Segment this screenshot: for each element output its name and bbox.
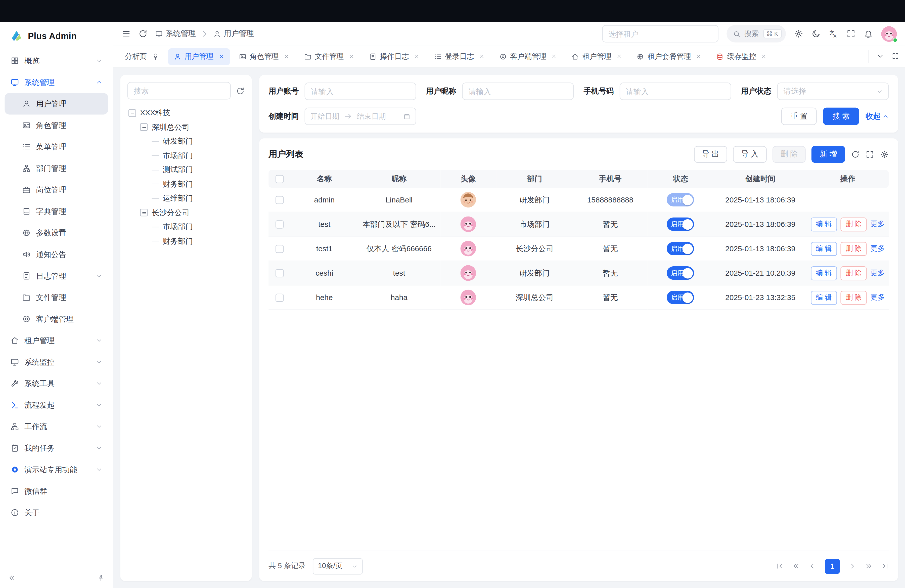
tab-user-management[interactable]: 用户管理 [168,48,230,65]
tab-tenant-management[interactable]: 租户管理 [566,48,628,65]
tree-refresh-icon[interactable] [236,86,245,95]
sidebar-item-position-management[interactable]: 岗位管理 [5,179,108,201]
add-button[interactable]: 新 增 [812,146,845,162]
edit-button[interactable]: 编 辑 [811,217,837,231]
tree-node[interactable]: 研发部门 [127,134,245,149]
select-all-checkbox[interactable] [276,175,284,183]
table-refresh-icon[interactable] [851,149,860,159]
row-checkbox[interactable] [276,294,284,302]
tree-node[interactable]: 运维部门 [127,191,245,206]
table-fullscreen-icon[interactable] [865,149,874,159]
close-icon[interactable] [551,54,557,59]
fullscreen-icon[interactable] [846,29,856,38]
tab-role-management[interactable]: 角色管理 [233,48,295,65]
row-delete-button[interactable]: 删 除 [841,291,867,304]
sidebar-item-system-management[interactable]: 系统管理 [5,72,108,93]
global-search-button[interactable]: 搜索 ⌘ K [726,25,786,42]
close-icon[interactable] [218,54,224,59]
refresh-page-icon[interactable] [138,29,148,38]
sidebar-item-process-initiation[interactable]: 流程发起 [5,394,108,416]
page-size-select[interactable]: 10条/页 [313,558,363,574]
tree-node[interactable]: 长沙分公司 [127,205,245,220]
tree-node[interactable]: 财务部门 [127,234,245,248]
close-icon[interactable] [761,54,767,59]
logo[interactable]: Plus Admin [0,22,113,49]
more-link[interactable]: 更多 [870,219,885,229]
edit-button[interactable]: 编 辑 [811,291,837,304]
reset-button[interactable]: 重 置 [781,108,817,125]
breadcrumb-system-management[interactable]: 系统管理 [155,29,196,39]
tree-node[interactable]: 市场部门 [127,220,245,234]
delete-button[interactable]: 删 除 [772,146,806,162]
row-checkbox[interactable] [276,221,284,229]
sidebar-item-system-tools[interactable]: 系统工具 [5,373,108,394]
close-icon[interactable] [283,54,289,59]
notification-bell-icon[interactable] [864,29,873,38]
status-toggle[interactable]: 启用 [667,266,694,280]
phone-input[interactable] [620,83,731,100]
sidebar-item-parameter-settings[interactable]: 参数设置 [5,222,108,244]
dark-mode-moon-icon[interactable] [811,29,821,38]
translate-icon[interactable] [829,29,838,38]
close-icon[interactable] [696,54,702,59]
pagination-next-icon[interactable] [849,563,856,570]
sidebar-item-system-monitor[interactable]: 系统监控 [5,351,108,373]
tree-collapse-icon[interactable] [129,109,136,117]
close-icon[interactable] [479,54,484,59]
sidebar-item-role-management[interactable]: 角色管理 [5,115,108,136]
tab-analysis-page[interactable]: 分析页 [119,48,165,65]
pin-icon[interactable] [151,52,159,60]
tree-node[interactable]: 测试部门 [127,163,245,177]
tab-list-dropdown-icon[interactable] [876,52,884,60]
more-link[interactable]: 更多 [870,268,885,278]
tenant-select-input[interactable] [602,25,718,42]
tab-operation-log[interactable]: 操作日志 [363,48,425,65]
collapse-filters-link[interactable]: 收起 [865,111,889,122]
row-delete-button[interactable]: 删 除 [841,217,867,231]
pagination-current-page[interactable]: 1 [825,559,840,574]
tree-node[interactable]: 市场部门 [127,149,245,163]
sidebar-item-tenant-management[interactable]: 租户管理 [5,330,108,351]
more-link[interactable]: 更多 [870,244,885,254]
pagination-jump-forward-icon[interactable] [865,563,873,570]
row-checkbox[interactable] [276,196,284,204]
edit-button[interactable]: 编 辑 [811,266,837,280]
sidebar-item-user-management[interactable]: 用户管理 [5,93,108,115]
close-icon[interactable] [348,54,354,59]
pagination-jump-back-icon[interactable] [792,563,800,570]
row-delete-button[interactable]: 删 除 [841,242,867,256]
sidebar-item-file-management[interactable]: 文件管理 [5,287,108,308]
search-button[interactable]: 搜 索 [823,108,859,125]
edit-button[interactable]: 编 辑 [811,242,837,256]
sidebar-item-about[interactable]: 关于 [5,502,108,523]
account-input[interactable] [305,83,416,100]
tree-collapse-icon[interactable] [140,124,148,131]
sidebar-item-department-management[interactable]: 部门管理 [5,158,108,179]
tab-client-management[interactable]: 客户端管理 [493,48,563,65]
pagination-first-icon[interactable] [776,563,784,570]
tab-tenant-package-management[interactable]: 租户套餐管理 [631,48,707,65]
collapse-sidebar-icon[interactable] [8,574,16,581]
sidebar-item-log-management[interactable]: 日志管理 [5,265,108,287]
sidebar-item-my-tasks[interactable]: 我的任务 [5,437,108,459]
row-delete-button[interactable]: 删 除 [841,266,867,280]
sidebar-item-wechat-group[interactable]: 微信群 [5,480,108,502]
tab-file-management[interactable]: 文件管理 [298,48,360,65]
pagination-last-icon[interactable] [881,563,889,570]
import-button[interactable]: 导 入 [733,146,767,162]
hamburger-menu-icon[interactable] [121,29,131,38]
content-fullscreen-icon[interactable] [892,52,899,60]
tab-login-log[interactable]: 登录日志 [428,48,490,65]
status-toggle[interactable]: 启用 [667,218,694,231]
nickname-input[interactable] [462,83,574,100]
more-link[interactable]: 更多 [870,292,885,302]
sidebar-item-dictionary-management[interactable]: 字典管理 [5,201,108,222]
settings-gear-icon[interactable] [794,29,803,38]
sidebar-item-notice-announcement[interactable]: 通知公告 [5,244,108,265]
tree-collapse-icon[interactable] [140,209,148,216]
status-toggle[interactable]: 启用 [667,291,694,304]
close-icon[interactable] [414,54,419,59]
tree-node[interactable]: XXX科技 [127,106,245,120]
sidebar-item-workflow[interactable]: 工作流 [5,416,108,437]
created-date-range-picker[interactable]: 开始日期 结束日期 [305,108,416,125]
